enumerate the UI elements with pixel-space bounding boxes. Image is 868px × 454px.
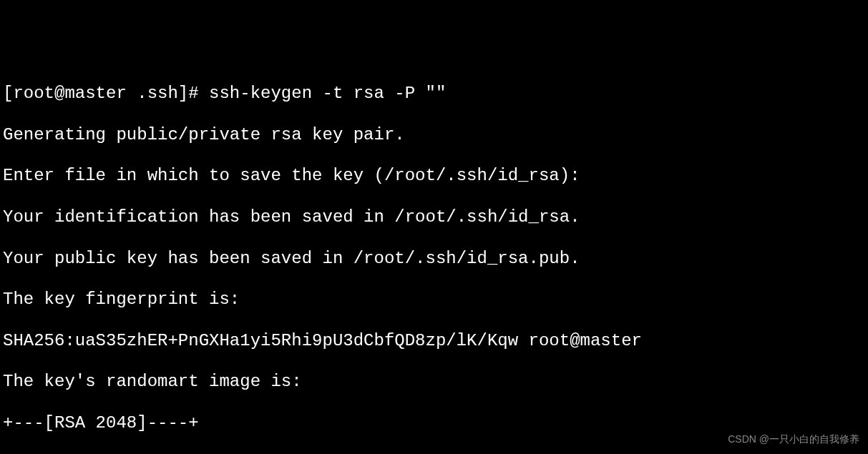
terminal-output-identification-saved: Your identification has been saved in /r… <box>3 207 865 228</box>
terminal-command-line: [root@master .ssh]# ssh-keygen -t rsa -P… <box>3 84 865 104</box>
watermark-text: CSDN @一只小白的自我修养 <box>728 433 859 445</box>
terminal-output-enter-file: Enter file in which to save the key (/ro… <box>3 166 865 187</box>
terminal-output-randomart-label: The key's randomart image is: <box>3 372 865 393</box>
terminal-output-pubkey-saved: Your public key has been saved in /root/… <box>3 249 865 270</box>
terminal-output-generating: Generating public/private rsa key pair. <box>3 125 865 146</box>
terminal-output-fingerprint-label: The key fingerprint is: <box>3 290 865 310</box>
randomart-border-top: +---[RSA 2048]----+ <box>3 413 865 434</box>
terminal-output-fingerprint-value: SHA256:uaS35zhER+PnGXHa1yi5Rhi9pU3dCbfQD… <box>3 331 865 352</box>
